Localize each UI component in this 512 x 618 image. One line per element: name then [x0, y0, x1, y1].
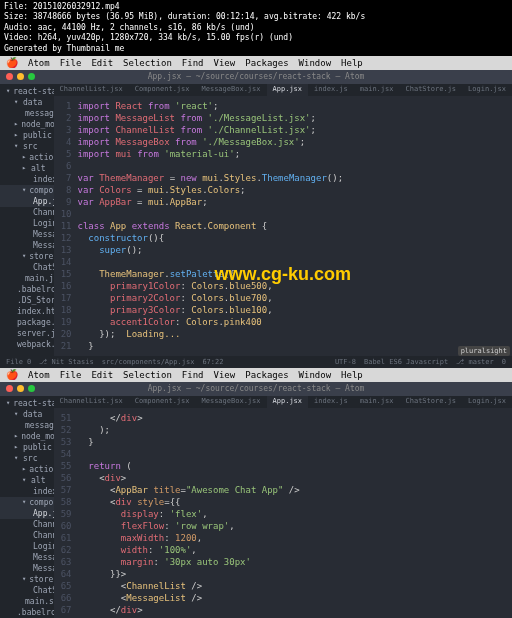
menu-item[interactable]: Edit	[91, 58, 113, 68]
editor-tab[interactable]: ChannelList.jsx	[54, 84, 129, 96]
editor-tab[interactable]: App.jsx	[267, 396, 309, 408]
menu-item[interactable]: Find	[182, 58, 204, 68]
status-item[interactable]: 0	[502, 358, 506, 366]
tree-folder[interactable]: ▾src	[0, 141, 54, 152]
zoom-icon[interactable]	[28, 73, 35, 80]
editor-tab[interactable]: main.jsx	[354, 84, 400, 96]
menu-item[interactable]: View	[214, 370, 236, 380]
menu-item[interactable]: Help	[341, 370, 363, 380]
status-item[interactable]: File 0	[6, 358, 31, 366]
close-icon[interactable]	[6, 385, 13, 392]
tree-file[interactable]: Login.jsx	[0, 541, 54, 552]
menu-item[interactable]: Selection	[123, 58, 172, 68]
tree-folder[interactable]: ▸alt	[0, 163, 54, 174]
tree-folder[interactable]: ▸actions	[0, 152, 54, 163]
tree-file[interactable]: ChatStore.js	[0, 262, 54, 273]
tree-folder[interactable]: ▸node_modules	[0, 431, 54, 442]
status-item[interactable]: src/components/App.jsx	[102, 358, 195, 366]
menu-item[interactable]: Edit	[91, 370, 113, 380]
tree-folder[interactable]: ▸public	[0, 442, 54, 453]
tree-file[interactable]: ChannelList.jsx	[0, 207, 54, 218]
editor-tab[interactable]: index.js	[308, 396, 354, 408]
apple-icon[interactable]: 🍎	[6, 369, 18, 380]
menu-item[interactable]: Packages	[245, 370, 288, 380]
tree-folder[interactable]: ▸public	[0, 130, 54, 141]
titlebar[interactable]: App.jsx — ~/source/courses/react-stack —…	[0, 382, 512, 396]
tree-file[interactable]: main.scss	[0, 596, 54, 607]
tree-file[interactable]: Login.jsx	[0, 218, 54, 229]
menu-item[interactable]: View	[214, 58, 236, 68]
editor-pane[interactable]: ChannelList.jsxComponent.jsxMessageBox.j…	[54, 396, 513, 618]
tree-file[interactable]: server.js	[0, 328, 54, 339]
tree-file[interactable]: .babelrc	[0, 607, 54, 618]
tree-file[interactable]: App.jsx	[0, 508, 54, 519]
editor-tab[interactable]: Component.jsx	[129, 84, 196, 96]
editor-tab[interactable]: ChannelList.jsx	[54, 396, 129, 408]
tree-file[interactable]: index.js	[0, 486, 54, 497]
apple-icon[interactable]: 🍎	[6, 57, 18, 68]
minimize-icon[interactable]	[17, 385, 24, 392]
menu-item[interactable]: Help	[341, 58, 363, 68]
status-item[interactable]: ⎇ master	[456, 358, 494, 366]
tree-file[interactable]: MessageBox.jsx	[0, 229, 54, 240]
tree-file[interactable]: webpack.config.js	[0, 339, 54, 350]
tree-file[interactable]: Channel.jsx	[0, 519, 54, 530]
editor-tab[interactable]: ChatStore.js	[399, 396, 462, 408]
editor-tab[interactable]: ChatStore.js	[399, 84, 462, 96]
tree-folder[interactable]: ▾stores	[0, 251, 54, 262]
tree-folder[interactable]: ▾react-stack	[0, 398, 54, 409]
tree-file[interactable]: main.jsx	[0, 273, 54, 284]
editor-tab[interactable]: App.jsx	[267, 84, 309, 96]
file-tree[interactable]: ▾react-stack▾datamessages.json▸node_modu…	[0, 396, 54, 618]
menu-item[interactable]: Selection	[123, 370, 172, 380]
code-lines[interactable]: import React from 'react';import Message…	[78, 100, 513, 352]
zoom-icon[interactable]	[28, 385, 35, 392]
tree-folder[interactable]: ▾stores	[0, 574, 54, 585]
minimize-icon[interactable]	[17, 73, 24, 80]
tree-file[interactable]: ChatStore.js	[0, 585, 54, 596]
editor-tab[interactable]: Component.jsx	[129, 396, 196, 408]
tree-folder[interactable]: ▾components	[0, 497, 54, 508]
menu-item[interactable]: Find	[182, 370, 204, 380]
status-item[interactable]: UTF-8	[335, 358, 356, 366]
editor-tab[interactable]: MessageBox.jsx	[196, 84, 267, 96]
menu-item[interactable]: Window	[299, 58, 332, 68]
tree-file[interactable]: .babelrc	[0, 284, 54, 295]
menu-item[interactable]: Atom	[28, 58, 50, 68]
tree-folder[interactable]: ▾data	[0, 409, 54, 420]
tree-file[interactable]: messages.json	[0, 420, 54, 431]
editor-tab[interactable]: Login.jsx	[462, 84, 512, 96]
status-item[interactable]: 67:22	[202, 358, 223, 366]
status-item[interactable]: Babel ES6 Javascript	[364, 358, 448, 366]
tree-folder[interactable]: ▸actions	[0, 464, 54, 475]
tree-file[interactable]: index.html	[0, 306, 54, 317]
tree-file[interactable]: .DS_Store	[0, 295, 54, 306]
code-lines[interactable]: </div> ); } return ( <div> <AppBar title…	[78, 412, 513, 618]
tree-file[interactable]: package.json	[0, 317, 54, 328]
status-item[interactable]: ⎇ Nit Stasis	[39, 358, 93, 366]
editor-tab[interactable]: main.jsx	[354, 396, 400, 408]
tree-file[interactable]: MessageBox.jsx	[0, 552, 54, 563]
menu-item[interactable]: Atom	[28, 370, 50, 380]
tree-file[interactable]: messages.json	[0, 108, 54, 119]
tree-folder[interactable]: ▾src	[0, 453, 54, 464]
menu-item[interactable]: File	[60, 58, 82, 68]
tree-file[interactable]: MessageList.jsx	[0, 563, 54, 574]
file-tree[interactable]: ▾react-stack▾datamessages.json▸node_modu…	[0, 84, 54, 356]
editor-tab[interactable]: MessageBox.jsx	[196, 396, 267, 408]
titlebar[interactable]: App.jsx — ~/source/courses/react-stack —…	[0, 70, 512, 84]
menu-item[interactable]: File	[60, 370, 82, 380]
menu-item[interactable]: Window	[299, 370, 332, 380]
editor-pane[interactable]: ChannelList.jsxComponent.jsxMessageBox.j…	[54, 84, 513, 356]
tree-folder[interactable]: ▾components	[0, 185, 54, 196]
close-icon[interactable]	[6, 73, 13, 80]
tree-file[interactable]: ChannelList.jsx	[0, 530, 54, 541]
tree-file[interactable]: MessageList.jsx	[0, 240, 54, 251]
tree-folder[interactable]: ▾react-stack	[0, 86, 54, 97]
tree-folder[interactable]: ▾alt	[0, 475, 54, 486]
menu-item[interactable]: Packages	[245, 58, 288, 68]
editor-tab[interactable]: Login.jsx	[462, 396, 512, 408]
tree-folder[interactable]: ▾data	[0, 97, 54, 108]
editor-tab[interactable]: index.js	[308, 84, 354, 96]
tree-file[interactable]: index.js	[0, 174, 54, 185]
